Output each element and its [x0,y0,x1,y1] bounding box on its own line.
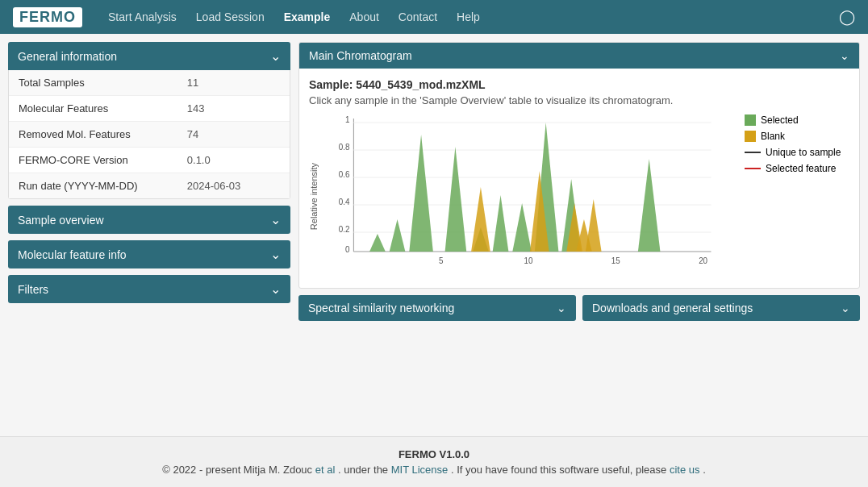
sidebar: General information ⌄ Total Samples11Mol… [8,42,290,303]
filters-panel: Filters ⌄ [8,275,290,303]
chromatogram-svg: 1 0.8 0.6 0.4 0.2 0 5 10 15 20 [322,114,735,276]
legend-unique: Unique to sample [745,147,849,158]
legend-blank-label: Blank [761,131,785,142]
spectral-networking-title: Spectral similarity networking [308,302,454,314]
general-info-panel: General information ⌄ Total Samples11Mol… [8,42,290,199]
chromatogram-header[interactable]: Main Chromatogram ⌄ [299,43,859,69]
footer-et-al-link[interactable]: et al [315,464,336,476]
info-value: 74 [177,122,290,148]
svg-text:1: 1 [345,115,350,124]
footer-cite-link[interactable]: cite us [670,464,700,476]
molecular-feature-header[interactable]: Molecular feature info ⌄ [8,240,290,268]
nav-start-analysis[interactable]: Start Analysis [106,7,178,27]
info-value: 2024-06-03 [177,173,290,199]
info-value: 11 [177,70,290,96]
svg-text:0.6: 0.6 [339,170,350,179]
downloads-title: Downloads and general settings [592,302,753,314]
sample-label: Sample: [309,78,353,91]
legend-blank: Blank [745,131,849,142]
svg-text:15: 15 [611,256,620,265]
nav-load-session[interactable]: Load Session [194,7,266,27]
filters-header[interactable]: Filters ⌄ [8,275,290,303]
svg-marker-23 [512,203,532,252]
info-value: 0.1.0 [177,148,290,173]
downloads-header[interactable]: Downloads and general settings ⌄ [582,295,860,321]
footer-copyright: © 2022 - present Mitja M. Zdouc [162,464,312,476]
sample-overview-panel: Sample overview ⌄ [8,206,290,234]
spectral-networking-panel: Spectral similarity networking ⌄ [298,295,576,321]
nav-contact[interactable]: Contact [397,7,439,27]
svg-marker-17 [369,234,386,252]
sample-overview-header[interactable]: Sample overview ⌄ [8,206,290,234]
y-axis-label: Relative intensity [309,163,319,230]
footer-license-link[interactable]: MIT License [391,464,449,476]
table-row: FERMO-CORE Version0.1.0 [9,148,290,173]
sample-overview-chevron: ⌄ [270,212,281,227]
footer-text: © 2022 - present Mitja M. Zdouc et al . … [11,464,857,476]
chromatogram-title: Main Chromatogram [309,49,412,62]
svg-marker-18 [390,219,406,252]
svg-text:0.4: 0.4 [339,198,350,206]
footer-period: . [703,464,706,476]
svg-text:5: 5 [439,256,444,265]
svg-marker-22 [493,195,509,252]
svg-marker-30 [586,199,602,252]
sample-overview-title: Sample overview [18,214,104,227]
chromatogram-body: Sample: 5440_5439_mod.mzXML Click any sa… [299,69,859,288]
info-label: Run date (YYYY-MM-DD) [9,173,177,199]
info-value: 143 [177,96,290,122]
footer: FERMO V1.0.0 © 2022 - present Mitja M. Z… [0,436,868,487]
navbar: FERMO Start Analysis Load Session Exampl… [0,0,868,34]
chart-wrapper: 1 0.8 0.6 0.4 0.2 0 5 10 15 20 [322,114,735,278]
legend-unique-label: Unique to sample [766,147,841,158]
info-label: Total Samples [9,70,177,96]
legend-selected-feature: Selected feature [745,163,849,174]
nav-about[interactable]: About [348,7,381,27]
legend-selected: Selected [745,114,849,126]
table-row: Total Samples11 [9,70,290,96]
chromatogram-chevron: ⌄ [840,49,849,62]
info-label: Molecular Features [9,96,177,122]
unique-line [745,152,761,153]
molecular-feature-chevron: ⌄ [270,247,281,262]
logo[interactable]: FERMO [13,7,82,27]
svg-marker-20 [445,147,467,252]
footer-title: FERMO V1.0.0 [11,448,857,460]
bottom-panels: Spectral similarity networking ⌄ Downloa… [298,295,860,321]
info-label: Removed Mol. Features [9,122,177,148]
svg-text:0.2: 0.2 [339,225,350,234]
general-info-body: Total Samples11Molecular Features143Remo… [8,70,290,199]
general-info-title: General information [18,50,117,63]
downloads-chevron: ⌄ [841,302,850,314]
footer-text-middle: . under the [338,464,388,476]
table-row: Molecular Features143 [9,96,290,122]
legend-selected-label: Selected [761,114,799,126]
nav-example[interactable]: Example [282,7,332,27]
main-content: General information ⌄ Total Samples11Mol… [0,34,868,436]
nav-help[interactable]: Help [455,7,482,27]
table-row: Run date (YYYY-MM-DD)2024-06-03 [9,173,290,199]
downloads-panel: Downloads and general settings ⌄ [582,295,860,321]
selected-feature-line [745,168,761,169]
github-icon[interactable]: ◯ [839,8,855,26]
footer-text-after: . If you have found this software useful… [451,464,666,476]
chart-container: Relative intensity 1 0.8 0.6 0.4 [309,114,849,278]
sample-name: 5440_5439_mod.mzXML [356,78,485,91]
legend-selected-feature-label: Selected feature [766,163,836,174]
info-label: FERMO-CORE Version [9,148,177,173]
svg-marker-26 [471,187,490,252]
svg-text:20: 20 [699,256,707,265]
selected-color-box [745,114,756,126]
general-info-header[interactable]: General information ⌄ [8,42,290,70]
chart-legend: Selected Blank Unique to sample Sel [745,114,849,174]
sample-subtitle: Click any sample in the 'Sample Overview… [309,94,849,106]
spectral-networking-chevron: ⌄ [557,302,566,314]
general-info-table: Total Samples11Molecular Features143Remo… [9,70,290,198]
spectral-networking-header[interactable]: Spectral similarity networking ⌄ [298,295,576,321]
svg-text:0: 0 [345,245,350,254]
chromatogram-panel: Main Chromatogram ⌄ Sample: 5440_5439_mo… [298,42,860,289]
filters-chevron: ⌄ [270,281,281,297]
svg-marker-19 [409,135,433,252]
svg-text:10: 10 [524,256,533,265]
svg-text:0.8: 0.8 [339,143,350,152]
